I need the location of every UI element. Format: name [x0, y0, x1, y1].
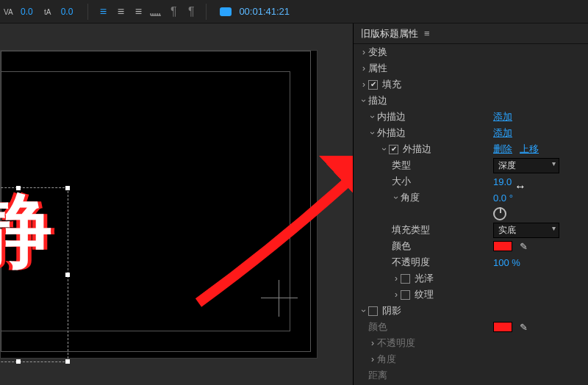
- align-right-icon[interactable]: ≡: [131, 4, 146, 19]
- stroke-color-row: 颜色 ✎: [354, 238, 588, 254]
- panel-title: 旧版标题属性 ≡: [354, 24, 588, 44]
- twirl-icon[interactable]: [359, 47, 368, 57]
- fill-checkbox[interactable]: [368, 80, 378, 90]
- angle-dial[interactable]: [493, 207, 506, 220]
- texture-checkbox[interactable]: [401, 290, 410, 300]
- panel-menu-icon[interactable]: ≡: [424, 28, 430, 39]
- align-center-icon[interactable]: ≡: [113, 4, 128, 19]
- shadow-distance-row: 距离: [354, 367, 588, 384]
- outer-stroke-checkbox[interactable]: [389, 145, 398, 154]
- section-fill[interactable]: 填充: [354, 76, 588, 93]
- texture-row[interactable]: 纹理: [354, 287, 588, 303]
- twirl-icon[interactable]: [368, 338, 377, 348]
- twirl-icon[interactable]: [368, 112, 377, 122]
- show-video-icon[interactable]: [220, 7, 232, 16]
- eyedropper-icon[interactable]: ✎: [520, 322, 528, 333]
- eyedropper-icon[interactable]: ✎: [520, 241, 528, 252]
- svg-text:tA: tA: [44, 8, 51, 16]
- sheen-checkbox[interactable]: [401, 274, 410, 284]
- shadow-angle-row: 角度: [354, 351, 588, 367]
- outer-stroke-item[interactable]: 外描边 删除 上移: [354, 141, 588, 157]
- stroke-size-value[interactable]: 19.0: [493, 176, 512, 187]
- tab-stops-icon[interactable]: [148, 4, 163, 19]
- section-properties[interactable]: 属性: [354, 60, 588, 76]
- leading-icon[interactable]: tA: [43, 4, 58, 19]
- add-inner-stroke-link[interactable]: 添加: [493, 110, 512, 123]
- svg-text:VA: VA: [4, 8, 13, 16]
- show-paragraph-icon[interactable]: ¶: [166, 4, 181, 19]
- twirl-icon[interactable]: [392, 192, 401, 203]
- resize-handle[interactable]: [16, 359, 21, 364]
- shadow-color-row: 颜色 ✎: [354, 319, 588, 335]
- twirl-icon[interactable]: [359, 63, 368, 73]
- twirl-icon[interactable]: [368, 354, 377, 364]
- stroke-opacity-row: 不透明度 100 %: [354, 254, 588, 270]
- toolbar-separator: [87, 4, 88, 20]
- shadow-opacity-row: 不透明度: [354, 335, 588, 351]
- section-stroke[interactable]: 描边: [354, 93, 588, 109]
- paragraph-icon[interactable]: ¶: [184, 4, 198, 19]
- inner-stroke-row[interactable]: 内描边 添加: [354, 109, 588, 125]
- stroke-angle-row: 角度 0.0 °: [354, 190, 588, 206]
- stroke-opacity-value[interactable]: 100 %: [493, 257, 520, 268]
- section-shadow[interactable]: 阴影: [354, 303, 588, 319]
- twirl-icon[interactable]: [359, 96, 368, 106]
- leading-value[interactable]: 0.0: [61, 7, 74, 17]
- align-left-icon[interactable]: ≡: [96, 4, 110, 19]
- resize-handle[interactable]: [65, 359, 70, 364]
- angle-dial-row: [354, 206, 588, 222]
- add-outer-stroke-link[interactable]: 添加: [493, 126, 512, 140]
- stroke-angle-value[interactable]: 0.0 °: [493, 192, 513, 204]
- section-transform[interactable]: 变换: [354, 44, 588, 60]
- video-stage: 静: [0, 50, 318, 359]
- fill-type-select[interactable]: 实底: [493, 223, 559, 238]
- stroke-color-swatch[interactable]: [493, 241, 512, 251]
- twirl-icon[interactable]: [359, 79, 368, 90]
- title-canvas[interactable]: 静: [0, 24, 353, 385]
- resize-handle[interactable]: [65, 273, 70, 277]
- kerning-icon[interactable]: VA: [3, 4, 18, 19]
- resize-handle[interactable]: [65, 186, 70, 190]
- sheen-row[interactable]: 光泽: [354, 270, 588, 287]
- center-crosshair: [261, 298, 298, 298]
- selection-box[interactable]: [0, 187, 68, 362]
- stroke-type-row: 类型 深度: [354, 157, 588, 173]
- panel-title-label: 旧版标题属性: [361, 27, 418, 40]
- outer-stroke-row[interactable]: 外描边 添加: [354, 125, 588, 141]
- shadow-color-swatch[interactable]: [493, 322, 512, 332]
- twirl-icon[interactable]: [392, 273, 401, 284]
- title-toolbar: VA 0.0 tA 0.0 ≡ ≡ ≡ ¶ ¶ 00:01:41:21: [0, 0, 588, 24]
- toolbar-separator-2: [206, 4, 207, 20]
- twirl-icon[interactable]: [392, 289, 401, 300]
- kerning-value[interactable]: 0.0: [21, 7, 33, 17]
- legacy-title-properties-panel: 旧版标题属性 ≡ 变换 属性 填充 描边 内描边 添加 外描边 添加: [353, 24, 588, 385]
- fill-type-row: 填充类型 实底: [354, 222, 588, 238]
- main-split: 静 旧版标题属性 ≡ 变换: [0, 24, 588, 385]
- shadow-checkbox[interactable]: [368, 306, 378, 316]
- delete-stroke-link[interactable]: 删除: [493, 143, 512, 156]
- twirl-icon[interactable]: [380, 144, 389, 154]
- stroke-type-select[interactable]: 深度: [493, 158, 559, 173]
- twirl-icon[interactable]: [359, 306, 368, 316]
- twirl-icon[interactable]: [368, 128, 377, 138]
- center-crosshair: [279, 280, 279, 317]
- timecode[interactable]: 00:01:41:21: [239, 6, 290, 17]
- move-up-link[interactable]: 上移: [520, 143, 539, 156]
- stroke-size-row: 大小 19.0: [354, 173, 588, 190]
- resize-handle[interactable]: [16, 186, 21, 190]
